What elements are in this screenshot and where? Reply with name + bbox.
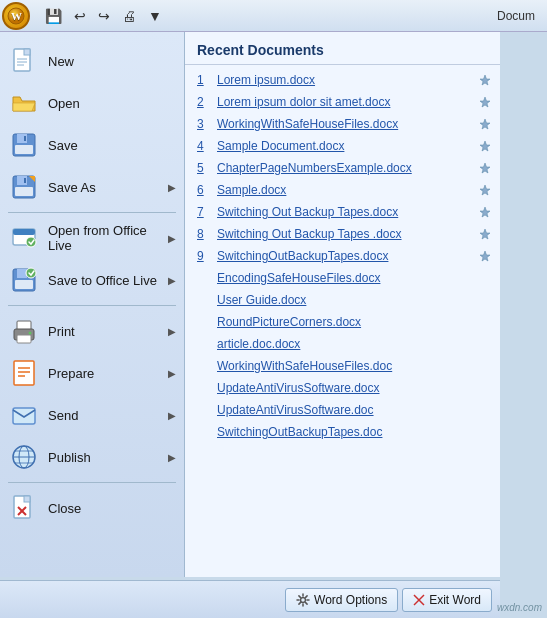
pin-icon[interactable] bbox=[478, 73, 492, 87]
svg-rect-24 bbox=[17, 335, 31, 343]
pin-icon[interactable] bbox=[478, 205, 492, 219]
print-icon bbox=[8, 315, 40, 347]
publish-icon bbox=[8, 441, 40, 473]
customize-btn[interactable]: ▼ bbox=[143, 5, 167, 27]
doc-list-item[interactable]: User Guide.docx bbox=[185, 289, 500, 311]
save-as-icon bbox=[8, 171, 40, 203]
doc-list-item[interactable]: UpdateAntiVirusSoftware.docx bbox=[185, 377, 500, 399]
doc-list-item[interactable]: 1Lorem ipsum.docx bbox=[185, 69, 500, 91]
doc-number: 5 bbox=[197, 161, 213, 175]
print-toolbar-btn[interactable]: 🖨 bbox=[117, 5, 141, 27]
bottom-bar: Word Options Exit Word bbox=[0, 580, 500, 618]
menu-item-save-as-label: Save As bbox=[48, 180, 168, 195]
save-office-live-arrow: ▶ bbox=[168, 275, 176, 286]
pin-icon[interactable] bbox=[478, 161, 492, 175]
menu-item-publish[interactable]: Publish ▶ bbox=[0, 436, 184, 478]
doc-list-item[interactable]: 7Switching Out Backup Tapes.docx bbox=[185, 201, 500, 223]
exit-word-button[interactable]: Exit Word bbox=[402, 588, 492, 612]
office-live-icon bbox=[8, 222, 40, 254]
pin-icon[interactable] bbox=[478, 117, 492, 131]
doc-name: SwitchingOutBackupTapes.docx bbox=[217, 249, 474, 263]
doc-name: Switching Out Backup Tapes.docx bbox=[217, 205, 474, 219]
close-icon bbox=[8, 492, 40, 524]
doc-list-item[interactable]: 2Lorem ipsum dolor sit amet.docx bbox=[185, 91, 500, 113]
svg-rect-3 bbox=[24, 49, 30, 55]
doc-list-item[interactable]: 8Switching Out Backup Tapes .docx bbox=[185, 223, 500, 245]
redo-btn[interactable]: ↪ bbox=[93, 5, 115, 27]
menu-item-prepare[interactable]: Prepare ▶ bbox=[0, 352, 184, 394]
menu-item-open[interactable]: Open bbox=[0, 82, 184, 124]
undo-btn[interactable]: ↩ bbox=[69, 5, 91, 27]
doc-list-item[interactable]: 3WorkingWithSafeHouseFiles.docx bbox=[185, 113, 500, 135]
svg-rect-19 bbox=[17, 269, 27, 278]
open-icon bbox=[8, 87, 40, 119]
save-toolbar-btn[interactable]: 💾 bbox=[40, 5, 67, 27]
doc-list-item[interactable]: 4Sample Document.docx bbox=[185, 135, 500, 157]
window-title: Docum bbox=[497, 9, 543, 23]
doc-list-item[interactable]: RoundPictureCorners.docx bbox=[185, 311, 500, 333]
doc-list-item[interactable]: WorkingWithSafeHouseFiles.doc bbox=[185, 355, 500, 377]
doc-number: 7 bbox=[197, 205, 213, 219]
toolbar-icons: 💾 ↩ ↪ 🖨 ▼ bbox=[40, 5, 167, 27]
menu-item-close[interactable]: Close bbox=[0, 487, 184, 529]
doc-list[interactable]: 1Lorem ipsum.docx2Lorem ipsum dolor sit … bbox=[185, 65, 500, 577]
menu-item-new[interactable]: New bbox=[0, 40, 184, 82]
menu-item-open-office-live[interactable]: Open from Office Live ▶ bbox=[0, 217, 184, 259]
doc-list-item[interactable]: SwitchingOutBackupTapes.doc bbox=[185, 421, 500, 443]
doc-list-item[interactable]: 9SwitchingOutBackupTapes.docx bbox=[185, 245, 500, 267]
svg-point-21 bbox=[26, 268, 36, 278]
svg-rect-14 bbox=[24, 178, 26, 183]
separator-1 bbox=[8, 212, 176, 213]
doc-list-item[interactable]: 5ChapterPageNumbersExample.docx bbox=[185, 157, 500, 179]
doc-name: UpdateAntiVirusSoftware.doc bbox=[217, 403, 474, 417]
doc-name: Sample Document.docx bbox=[217, 139, 474, 153]
recent-docs-title: Recent Documents bbox=[185, 32, 500, 65]
menu-item-print[interactable]: Print ▶ bbox=[0, 310, 184, 352]
menu-item-save[interactable]: Save bbox=[0, 124, 184, 166]
svg-rect-30 bbox=[13, 408, 35, 424]
office-live-save-icon bbox=[8, 264, 40, 296]
menu-item-save-office-live[interactable]: Save to Office Live ▶ bbox=[0, 259, 184, 301]
open-office-live-arrow: ▶ bbox=[168, 233, 176, 244]
svg-rect-10 bbox=[24, 136, 26, 141]
office-button[interactable]: W bbox=[2, 2, 30, 30]
pin-icon[interactable] bbox=[478, 183, 492, 197]
gear-icon bbox=[296, 593, 310, 607]
menu-item-print-label: Print bbox=[48, 324, 168, 339]
menu-item-open-label: Open bbox=[48, 96, 176, 111]
doc-name: SwitchingOutBackupTapes.doc bbox=[217, 425, 474, 439]
doc-list-item[interactable]: 6Sample.docx bbox=[185, 179, 500, 201]
pin-icon bbox=[478, 337, 492, 351]
svg-rect-13 bbox=[15, 187, 33, 196]
exit-icon bbox=[413, 594, 425, 606]
doc-name: User Guide.docx bbox=[217, 293, 474, 307]
doc-name: Lorem ipsum.docx bbox=[217, 73, 474, 87]
doc-list-item[interactable]: UpdateAntiVirusSoftware.doc bbox=[185, 399, 500, 421]
prepare-arrow: ▶ bbox=[168, 368, 176, 379]
send-icon bbox=[8, 399, 40, 431]
pin-icon[interactable] bbox=[478, 95, 492, 109]
menu-item-new-label: New bbox=[48, 54, 176, 69]
svg-rect-26 bbox=[14, 361, 34, 385]
menu-overlay: New Open Save bbox=[0, 32, 500, 577]
pin-icon[interactable] bbox=[478, 139, 492, 153]
pin-icon[interactable] bbox=[478, 227, 492, 241]
svg-rect-16 bbox=[13, 229, 35, 235]
save-icon bbox=[8, 129, 40, 161]
pin-icon[interactable] bbox=[478, 249, 492, 263]
menu-item-save-as[interactable]: Save As ▶ bbox=[0, 166, 184, 208]
save-as-arrow: ▶ bbox=[168, 182, 176, 193]
print-arrow: ▶ bbox=[168, 326, 176, 337]
doc-name: UpdateAntiVirusSoftware.docx bbox=[217, 381, 474, 395]
doc-name: article.doc.docx bbox=[217, 337, 474, 351]
send-arrow: ▶ bbox=[168, 410, 176, 421]
svg-rect-20 bbox=[15, 280, 33, 289]
doc-name: Switching Out Backup Tapes .docx bbox=[217, 227, 474, 241]
word-options-button[interactable]: Word Options bbox=[285, 588, 398, 612]
svg-point-40 bbox=[301, 597, 306, 602]
doc-list-item[interactable]: EncodingSafeHouseFiles.docx bbox=[185, 267, 500, 289]
menu-item-send[interactable]: Send ▶ bbox=[0, 394, 184, 436]
doc-name: EncodingSafeHouseFiles.docx bbox=[217, 271, 474, 285]
doc-list-item[interactable]: article.doc.docx bbox=[185, 333, 500, 355]
menu-item-prepare-label: Prepare bbox=[48, 366, 168, 381]
